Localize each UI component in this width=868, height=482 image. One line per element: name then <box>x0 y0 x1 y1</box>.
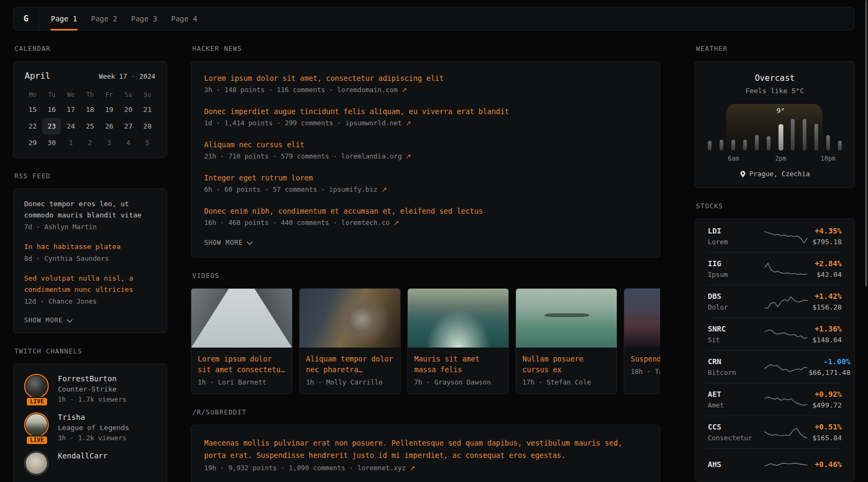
calendar-day[interactable]: 18 <box>80 101 100 118</box>
calendar-day[interactable]: 25 <box>80 118 100 134</box>
calendar-day[interactable]: 26 <box>100 118 119 134</box>
hackernews-item-title[interactable]: Integer eget rutrum lorem <box>204 172 313 183</box>
calendar-day[interactable]: 4 <box>119 134 138 151</box>
twitch-channel-row[interactable]: LIVEForrestBurtonCounter-Strike1h · 1.7k… <box>24 374 156 403</box>
hackernews-item-meta: 1d · 1,414 points · 299 comments · ipsum… <box>204 119 647 127</box>
calendar-day[interactable]: 17 <box>61 101 80 118</box>
video-title[interactable]: Nullam posuere cursus ex <box>516 348 617 375</box>
video-thumbnail[interactable] <box>408 289 508 348</box>
stock-info: IIGIpsum <box>708 259 764 278</box>
twitch-channel-row[interactable]: KendallCarr <box>24 451 156 476</box>
rss-items: Donec tempor eros leo, ut commodo mauris… <box>24 198 156 307</box>
weather-hour-bar[interactable] <box>803 119 806 150</box>
stock-row[interactable]: SNRCSit+1.36%$148.64 <box>707 318 843 350</box>
calendar-day[interactable]: 5 <box>138 134 157 151</box>
twitch-channel-name[interactable]: KendallCarr <box>58 451 108 460</box>
video-title[interactable]: Lorem ipsum dolor sit amet consectetu… <box>191 348 292 375</box>
rss-show-more-button[interactable]: SHOW MORE <box>24 317 156 324</box>
glance-dashboard: G Page 1Page 2Page 3Page 4 CALENDAR Apri… <box>0 0 868 482</box>
weather-hour-bar[interactable] <box>767 136 770 150</box>
stock-info: DBSDolor <box>708 292 764 311</box>
calendar-day[interactable]: 22 <box>23 118 42 134</box>
video-thumbnail[interactable] <box>300 289 400 348</box>
video-title[interactable]: Aliquam tempor dolor nec pharetra… <box>300 348 400 375</box>
tab-page-2[interactable]: Page 2 <box>91 7 118 30</box>
tab-page-4[interactable]: Page 4 <box>170 7 198 30</box>
calendar-month: April <box>25 71 50 81</box>
calendar-day[interactable]: 28 <box>138 118 157 134</box>
calendar-day[interactable]: 20 <box>119 101 138 118</box>
hackernews-item-title[interactable]: Donec imperdiet augue tincidunt felis al… <box>204 106 509 117</box>
external-link-icon[interactable]: ↗ <box>406 119 411 127</box>
stock-row[interactable]: AHS+0.46% <box>707 448 843 480</box>
calendar-day[interactable]: 30 <box>42 134 62 151</box>
calendar-day[interactable]: 19 <box>100 101 119 118</box>
calendar-day[interactable]: 21 <box>138 101 157 118</box>
calendar-day[interactable]: 15 <box>23 101 42 118</box>
external-link-icon[interactable]: ↗ <box>406 153 411 160</box>
video-thumbnail[interactable] <box>191 289 292 348</box>
stock-row[interactable]: CCSConsectetur+0.51%$165.84 <box>707 416 843 448</box>
stock-values: +0.51%$165.84 <box>809 423 842 442</box>
calendar-day[interactable]: 24 <box>61 118 80 134</box>
external-link-icon[interactable]: ↗ <box>394 219 399 227</box>
calendar-day[interactable]: 16 <box>42 101 62 118</box>
weather-hour-bar[interactable] <box>791 119 795 150</box>
rss-item-title[interactable]: Sed volutpat nulla nisl, a condimentum n… <box>24 273 156 295</box>
rss-item-meta: 7d · Ashlyn Martin <box>24 222 156 232</box>
stocks-widget: LDILorem+4.35%$795.18IIGIpsum+2.84%$42.0… <box>694 219 855 481</box>
stock-row[interactable]: IIGIpsum+2.84%$42.04 <box>707 252 843 285</box>
calendar-day[interactable]: 27 <box>119 118 138 134</box>
video-title[interactable]: Suspendisse diam <box>624 348 660 364</box>
calendar-day[interactable]: 3 <box>100 134 119 151</box>
weather-hour-bar[interactable] <box>731 140 735 150</box>
calendar-day-selected[interactable]: 23 <box>42 118 62 134</box>
weather-hour-bar[interactable] <box>720 140 723 150</box>
app-logo[interactable]: G <box>13 7 39 30</box>
stock-sparkline <box>764 325 809 343</box>
weather-hourly-chart: 9°6am2pm10pm <box>708 103 842 162</box>
external-link-icon[interactable]: ↗ <box>410 464 415 472</box>
chevron-down-icon <box>66 319 73 323</box>
hackernews-item-meta: 21h · 710 points · 579 comments · loreml… <box>204 152 647 160</box>
tab-page-1[interactable]: Page 1 <box>50 7 78 30</box>
weather-hour-bar[interactable] <box>708 141 712 150</box>
twitch-channel-name[interactable]: Trisha <box>58 413 129 421</box>
stock-row[interactable]: CRNBitcorn-1.00%$66,171.48 <box>707 350 843 383</box>
hackernews-show-more-button[interactable]: SHOW MORE <box>204 239 647 246</box>
weather-hour-bar[interactable] <box>838 141 842 150</box>
twitch-channel-row[interactable]: LIVETrishaLeague of Legends3h · 1.2k vie… <box>24 412 156 442</box>
video-thumbnail[interactable] <box>624 289 660 348</box>
weather-hour-bar[interactable] <box>743 140 747 150</box>
rss-item-title[interactable]: In hac habitasse platea <box>24 241 156 252</box>
stock-row[interactable]: DBSDolor+1.42%$156.28 <box>707 285 843 318</box>
twitch-section-label: TWITCH CHANNELS <box>14 348 167 355</box>
hackernews-item-title[interactable]: Donec enim nibh, condimentum et accumsan… <box>204 206 483 216</box>
calendar-day[interactable]: 29 <box>23 134 42 151</box>
external-link-icon[interactable]: ↗ <box>402 86 407 94</box>
rss-item-title[interactable]: Donec tempor eros leo, ut commodo mauris… <box>24 198 156 221</box>
hackernews-item-title[interactable]: Lorem ipsum dolor sit amet, consectetur … <box>204 73 444 84</box>
video-thumbnail[interactable] <box>516 289 617 348</box>
video-meta: 17h · Stefan Cole <box>516 375 617 394</box>
hackernews-item-title[interactable]: Aliquam nec cursus elit <box>204 139 304 150</box>
weather-hour-bar[interactable] <box>755 135 759 150</box>
stock-values: +0.92%$499.72 <box>809 390 842 409</box>
scrollbar[interactable] <box>865 0 867 287</box>
video-title[interactable]: Mauris sit amet massa felis <box>408 348 508 375</box>
weather-hour-bar[interactable] <box>814 124 818 150</box>
stock-symbol: SNRC <box>708 325 764 333</box>
weather-hour-bar[interactable] <box>779 124 783 150</box>
tab-page-3[interactable]: Page 3 <box>131 7 158 30</box>
external-link-icon[interactable]: ↗ <box>381 186 387 193</box>
stock-row[interactable]: LDILorem+4.35%$795.18 <box>707 220 843 252</box>
stock-name: Lorem <box>708 238 764 246</box>
calendar-day[interactable]: 1 <box>61 134 80 151</box>
rss-section-label: RSS FEED <box>14 172 167 180</box>
subreddit-post-title[interactable]: Maecenas mollis pulvinar erat non posuer… <box>204 437 647 462</box>
hackernews-item: Lorem ipsum dolor sit amet, consectetur … <box>204 73 647 94</box>
twitch-channel-name[interactable]: ForrestBurton <box>58 374 126 383</box>
calendar-day[interactable]: 2 <box>80 134 100 151</box>
weather-hour-bar[interactable] <box>826 135 830 150</box>
stock-row[interactable]: AETAmet+0.92%$499.72 <box>707 383 843 416</box>
